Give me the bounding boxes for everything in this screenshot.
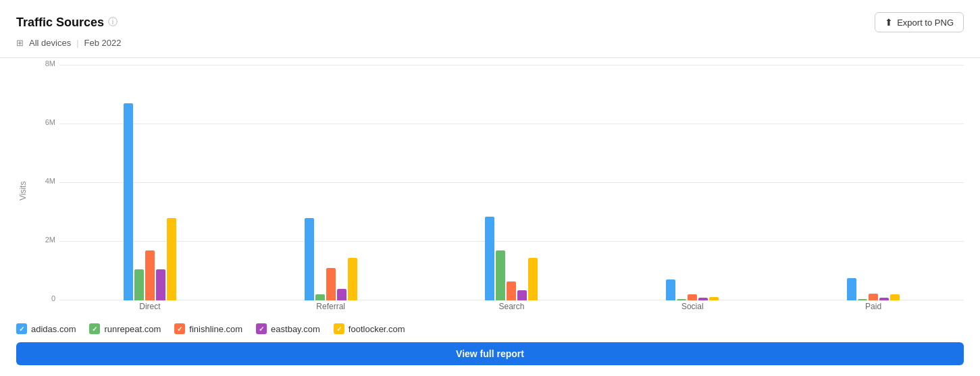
legend-item: ✓finishline.com xyxy=(174,323,242,334)
bar xyxy=(315,294,325,300)
bar xyxy=(305,218,314,300)
bar xyxy=(890,294,900,300)
bars-paid xyxy=(847,65,900,300)
legend: ✓adidas.com✓runrepeat.com✓finishline.com… xyxy=(16,323,964,334)
x-label-paid: Paid xyxy=(783,300,964,311)
grid-label-0: 0 xyxy=(34,294,55,302)
bar xyxy=(326,268,336,300)
bar-group-referral xyxy=(240,65,421,300)
bar xyxy=(528,258,538,300)
bar xyxy=(858,299,867,300)
sub-header: ⊞ All devices | Feb 2022 xyxy=(16,38,964,48)
legend-label: footlocker.com xyxy=(349,324,405,334)
bar xyxy=(709,297,719,300)
legend-checkbox[interactable]: ✓ xyxy=(256,323,267,334)
legend-label: adidas.com xyxy=(31,324,76,334)
chart-container: 8M 6M 4M 2M 0 DirectReferralSearchSocial… xyxy=(32,65,964,317)
bar xyxy=(879,298,889,300)
x-label-referral: Referral xyxy=(240,300,421,311)
separator xyxy=(0,57,980,58)
device-icon: ⊞ xyxy=(16,38,24,48)
legend-checkbox[interactable]: ✓ xyxy=(174,323,185,334)
bar-group-paid xyxy=(783,65,964,300)
bar xyxy=(134,269,144,300)
info-icon[interactable]: ⓘ xyxy=(108,16,118,28)
bars-direct xyxy=(124,65,176,300)
grid-label-2m: 2M xyxy=(34,236,55,244)
legend-item: ✓runrepeat.com xyxy=(89,323,161,334)
device-label: All devices xyxy=(29,38,71,48)
legend-label: runrepeat.com xyxy=(104,324,161,334)
legend-item: ✓adidas.com xyxy=(16,323,76,334)
legend-checkbox[interactable]: ✓ xyxy=(16,323,27,334)
export-label: Export to PNG xyxy=(897,18,954,28)
chart-area: Visits 8M 6M 4M 2M 0 DirectReferralSearc… xyxy=(16,65,964,317)
bar xyxy=(485,217,494,300)
x-label-direct: Direct xyxy=(59,300,240,311)
bar-group-social xyxy=(602,65,783,300)
bar xyxy=(688,294,697,300)
legend-label: eastbay.com xyxy=(271,324,320,334)
bar-group-direct xyxy=(59,65,240,300)
view-full-report-button[interactable]: View full report xyxy=(16,342,964,365)
x-axis: DirectReferralSearchSocialPaid xyxy=(59,300,964,317)
bar xyxy=(666,279,675,300)
page: Traffic Sources ⓘ ⬆ Export to PNG ⊞ All … xyxy=(0,0,980,376)
bar-group-search xyxy=(421,65,602,300)
bar xyxy=(145,250,155,300)
bar xyxy=(698,298,708,300)
header-left: Traffic Sources ⓘ xyxy=(16,16,118,30)
x-label-search: Search xyxy=(421,300,602,311)
legend-item: ✓footlocker.com xyxy=(334,323,405,334)
bar xyxy=(869,294,878,300)
bars-referral xyxy=(305,65,357,300)
divider: | xyxy=(76,38,78,48)
period-label: Feb 2022 xyxy=(84,38,122,48)
bar xyxy=(156,269,165,300)
legend-checkbox[interactable]: ✓ xyxy=(89,323,100,334)
bar xyxy=(167,218,176,300)
grid-label-8m: 8M xyxy=(34,59,55,68)
bar xyxy=(517,290,527,300)
legend-label: finishline.com xyxy=(189,324,242,334)
chart-inner: 8M 6M 4M 2M 0 xyxy=(32,65,964,300)
x-label-social: Social xyxy=(602,300,783,311)
bar xyxy=(496,250,505,300)
bar xyxy=(124,103,133,300)
bar xyxy=(847,278,856,300)
bar xyxy=(348,258,357,300)
grid-label-4m: 4M xyxy=(34,177,55,185)
legend-item: ✓eastbay.com xyxy=(256,323,320,334)
bar xyxy=(337,289,346,300)
grid-label-6m: 6M xyxy=(34,118,55,126)
header: Traffic Sources ⓘ ⬆ Export to PNG xyxy=(16,12,964,32)
bar xyxy=(677,299,686,300)
export-button[interactable]: ⬆ Export to PNG xyxy=(875,12,964,32)
page-title: Traffic Sources xyxy=(16,16,104,30)
y-axis-label: Visits xyxy=(16,65,30,317)
export-icon: ⬆ xyxy=(885,17,893,28)
bar xyxy=(507,281,516,300)
bars-search xyxy=(485,65,538,300)
legend-checkbox[interactable]: ✓ xyxy=(334,323,344,334)
bars-area xyxy=(59,65,964,300)
bars-social xyxy=(666,65,719,300)
